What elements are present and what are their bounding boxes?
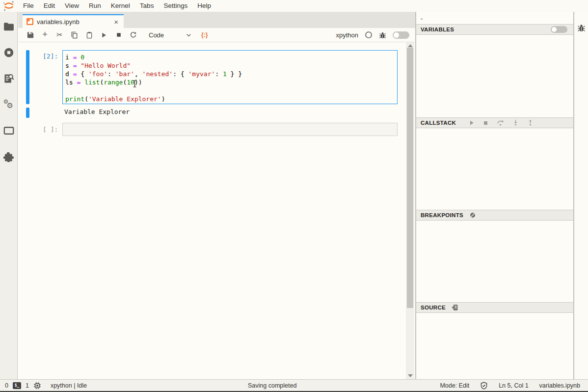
debugger-toggle[interactable] [393, 31, 409, 39]
breakpoints-section-body [416, 221, 573, 302]
code-cell-editor[interactable]: i = 0s = "Hello World"d = { 'foo': 'bar'… [62, 50, 398, 104]
jupyter-logo-icon [2, 0, 15, 12]
menu-kernel[interactable]: Kernel [106, 0, 135, 12]
bug-icon[interactable] [379, 31, 386, 39]
variables-section-body [416, 35, 573, 117]
scrollbar-thumb[interactable] [407, 48, 413, 308]
cell-output: Variable Explorer [64, 108, 130, 115]
kernel-chip-icon [33, 382, 41, 390]
execution-prompt: [2]: [43, 53, 58, 60]
continue-button[interactable] [469, 120, 475, 126]
cut-cells-button[interactable]: ✂ [53, 29, 66, 40]
kernel-status-text[interactable]: xpython | Idle [51, 382, 87, 389]
source-section-body [416, 313, 573, 379]
run-icon [101, 32, 107, 38]
notebook-toolbar: + ✂ [18, 28, 415, 42]
sidebar-item-open-tabs[interactable] [0, 122, 18, 140]
terminal-icon: $_ [13, 382, 21, 389]
save-icon [27, 31, 34, 38]
mouse-cursor-ibeam [133, 80, 137, 87]
cursor-position[interactable]: Ln 5, Col 1 [499, 382, 528, 389]
gears-icon: ⚙⚙ [3, 99, 14, 110]
json-braces-icon[interactable]: {:} [201, 31, 208, 38]
debugger-sidebar: - VARIABLES CALLSTACK [416, 12, 573, 379]
bug-icon [577, 24, 586, 32]
callstack-title: CALLSTACK [421, 120, 456, 126]
paste-cells-button[interactable] [83, 29, 95, 40]
sidebar-item-running-kernels[interactable] [0, 44, 18, 61]
menu-tabs[interactable]: Tabs [135, 0, 159, 12]
menu-settings[interactable]: Settings [159, 0, 192, 12]
terminals-count[interactable]: 0 [5, 382, 8, 389]
sidebar-item-file-browser[interactable] [0, 18, 18, 35]
notebook-scrollbar[interactable] [406, 42, 414, 379]
step-out-icon [527, 119, 534, 126]
continue-icon [469, 120, 475, 126]
right-sidebar [574, 12, 588, 379]
step-over-icon [497, 119, 504, 126]
shield-check-icon[interactable] [480, 382, 488, 390]
source-title: SOURCE [421, 305, 446, 310]
save-button[interactable] [24, 29, 36, 40]
source-section-header[interactable]: SOURCE [416, 302, 573, 313]
menu-run[interactable]: Run [84, 0, 106, 12]
step-over-button[interactable] [497, 119, 504, 126]
interrupt-kernel-button[interactable] [112, 29, 125, 40]
close-all-breakpoints-button[interactable] [469, 212, 476, 219]
folder-icon [3, 22, 14, 31]
callstack-toolbar [469, 119, 534, 126]
status-message: Saving completed [248, 380, 296, 392]
cell-collapser[interactable] [26, 50, 29, 104]
close-all-breakpoints-icon [469, 212, 476, 219]
step-out-button[interactable] [527, 119, 534, 126]
open-source-button[interactable] [452, 304, 458, 311]
tab-variables-ipynb[interactable]: variables.ipynb × [23, 14, 124, 28]
sidebar-item-debugger[interactable] [574, 19, 588, 36]
notebook-panel[interactable]: [2]: i = 0s = "Hello World"d = { 'foo': … [18, 42, 415, 379]
empty-cell-editor[interactable] [62, 123, 398, 136]
copy-icon [71, 31, 78, 39]
debugger-kernel-label: - [416, 12, 573, 24]
callstack-section-body [416, 128, 573, 210]
mode-indicator[interactable]: Mode: Edit [440, 382, 469, 389]
breakpoints-title: BREAKPOINTS [421, 212, 463, 218]
insert-cell-button[interactable]: + [39, 29, 51, 40]
callstack-section-header[interactable]: CALLSTACK [416, 117, 573, 128]
statusbar-filename: variables.ipynb [539, 382, 580, 389]
puzzle-icon [3, 151, 14, 162]
copy-cells-button[interactable] [68, 29, 80, 40]
restart-kernel-button[interactable] [127, 29, 139, 40]
output-collapser[interactable] [26, 108, 29, 118]
scroll-up-arrow-icon[interactable] [408, 44, 413, 47]
kernels-count[interactable]: 1 [26, 382, 29, 389]
stop-icon [116, 32, 122, 38]
step-in-button[interactable] [512, 119, 519, 126]
sidebar-item-extension-manager[interactable] [0, 148, 18, 166]
menu-view[interactable]: View [60, 0, 84, 12]
sidebar-item-property-inspector[interactable]: ⚙⚙ [0, 96, 18, 113]
breakpoints-section-header[interactable]: BREAKPOINTS [416, 210, 573, 221]
kernel-status-icon [365, 31, 373, 39]
terminate-button[interactable] [483, 120, 488, 126]
menu-bar: File Edit View Run Kernel Tabs Settings … [0, 0, 588, 12]
menu-edit[interactable]: Edit [39, 0, 60, 12]
variables-view-toggle[interactable] [551, 26, 567, 33]
kernel-name-button[interactable]: xpython [336, 31, 358, 39]
scroll-down-arrow-icon[interactable] [408, 374, 413, 377]
menu-help[interactable]: Help [192, 0, 216, 12]
variables-title: VARIABLES [421, 27, 454, 32]
step-in-icon [512, 119, 519, 126]
toggle-knob [552, 27, 557, 32]
restart-icon [130, 31, 137, 39]
tab-title: variables.ipynb [37, 18, 80, 26]
menu-file[interactable]: File [18, 0, 39, 12]
status-bar: 0 $_ 1 xpython | Idle Saving completed M… [0, 379, 588, 392]
variables-section-header[interactable]: VARIABLES [416, 24, 573, 35]
run-cell-button[interactable] [98, 29, 110, 40]
empty-prompt: [ ]: [43, 126, 58, 133]
tab-close-icon[interactable]: × [112, 18, 120, 26]
cell-type-dropdown[interactable]: Code [149, 31, 192, 39]
sidebar-item-inspector[interactable] [0, 70, 18, 87]
paste-icon [86, 31, 93, 39]
cell-type-value: Code [149, 31, 164, 39]
